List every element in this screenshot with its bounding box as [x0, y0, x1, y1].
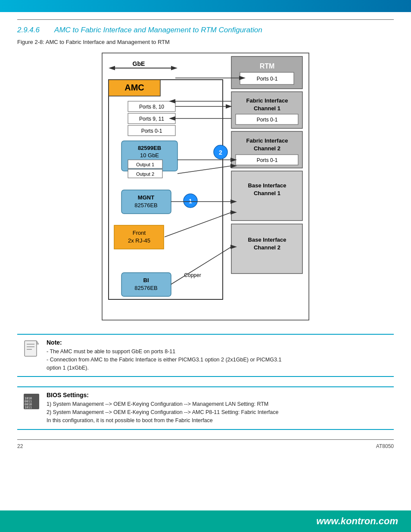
svg-text:Channel 2: Channel 2: [254, 145, 280, 152]
svg-text:AMC: AMC: [125, 83, 144, 92]
bottom-divider: [17, 439, 394, 440]
svg-text:Channel 1: Channel 1: [254, 105, 280, 112]
section-heading: 2.9.4.6 AMC to Fabric Interface and Mana…: [17, 26, 394, 34]
svg-text:Base Interface: Base Interface: [248, 236, 286, 243]
svg-rect-9: [109, 80, 223, 299]
svg-marker-2: [109, 66, 115, 70]
svg-text:Channel 2: Channel 2: [254, 244, 280, 251]
svg-text:82599EB: 82599EB: [138, 145, 161, 151]
svg-text:Base Interface: Base Interface: [248, 182, 286, 189]
bios-box: 1010 0011 0010 1011 BIOS Settings: 1) Sy…: [17, 386, 394, 429]
svg-text:Front: Front: [133, 230, 146, 236]
svg-marker-3: [171, 66, 177, 70]
bios-icon: 1010 0011 0010 1011: [22, 392, 40, 411]
svg-text:BI: BI: [143, 277, 149, 283]
svg-text:Ports 9, 11: Ports 9, 11: [139, 116, 164, 122]
svg-text:Ports 0-1: Ports 0-1: [257, 117, 278, 123]
section-number: 2.9.4.6: [17, 26, 40, 34]
svg-text:2x RJ-45: 2x RJ-45: [128, 237, 150, 244]
figure-caption: Figure 2-8: AMC to Fabric Interface and …: [17, 39, 394, 45]
svg-text:Fabric Interface: Fabric Interface: [246, 137, 288, 144]
svg-text:Copper: Copper: [184, 272, 201, 278]
bios-line-3: In this configuration, it is not possibl…: [47, 417, 213, 423]
svg-text:10 GbE: 10 GbE: [140, 152, 159, 159]
page-number: 22: [17, 443, 23, 449]
bios-line-1: 1) System Management --> OEM E-Keying Co…: [47, 401, 268, 407]
svg-rect-73: [25, 341, 37, 356]
svg-text:82576EB: 82576EB: [134, 202, 158, 208]
svg-text:Ports 0-1: Ports 0-1: [141, 128, 162, 134]
svg-text:Output 2: Output 2: [136, 171, 154, 177]
bios-text: 1) System Management --> OEM E-Keying Co…: [47, 400, 278, 424]
note-line-2: - Connection from AMC to the Fabric Inte…: [47, 357, 281, 363]
svg-text:Ports 8, 10: Ports 8, 10: [139, 104, 164, 110]
doc-id: AT8050: [376, 443, 394, 449]
svg-text:2: 2: [219, 149, 222, 156]
section-title: AMC to Fabric Interface and Management t…: [54, 26, 262, 34]
page-footer: 22 AT8050: [17, 443, 394, 449]
note-content: Note: - The AMC must be able to support …: [47, 339, 281, 372]
note-line-1: - The AMC must be able to support GbE on…: [47, 348, 175, 355]
note-line-3: option 1 (1xGbE).: [47, 365, 89, 371]
top-bar: [0, 0, 411, 12]
svg-text:Output 1: Output 1: [136, 162, 154, 167]
bios-line-2: 2) System Management --> OEM E-Keying Co…: [47, 409, 278, 415]
svg-text:82576EB: 82576EB: [134, 285, 158, 291]
svg-text:Ports 0-1: Ports 0-1: [257, 76, 278, 82]
svg-line-62: [177, 166, 231, 174]
svg-text:1: 1: [189, 198, 192, 205]
bios-title: BIOS Settings:: [47, 392, 278, 398]
bottom-bar: www.kontron.com: [0, 510, 411, 532]
svg-text:MGNT: MGNT: [138, 194, 154, 201]
note-icon: [22, 340, 40, 358]
note-title: Note:: [47, 339, 281, 346]
bios-content: BIOS Settings: 1) System Management --> …: [47, 392, 278, 424]
svg-text:Channel 1: Channel 1: [254, 190, 280, 196]
svg-text:Ports 0-1: Ports 0-1: [257, 157, 278, 163]
svg-text:RTM: RTM: [260, 62, 275, 70]
top-divider: [17, 19, 394, 20]
svg-text:GbE: GbE: [133, 60, 145, 67]
svg-line-68: [165, 212, 231, 237]
diagram-svg: GbE RTM Ports 0-1 AMC Ports 8, 10 Ports …: [98, 49, 313, 324]
diagram-container: GbE RTM Ports 0-1 AMC Ports 8, 10 Ports …: [17, 49, 394, 324]
note-text: - The AMC must be able to support GbE on…: [47, 348, 281, 372]
note-box: Note: - The AMC must be able to support …: [17, 334, 394, 377]
svg-text:Fabric Interface: Fabric Interface: [246, 97, 288, 104]
svg-text:1011: 1011: [25, 406, 32, 409]
website-text: www.kontron.com: [316, 516, 398, 527]
